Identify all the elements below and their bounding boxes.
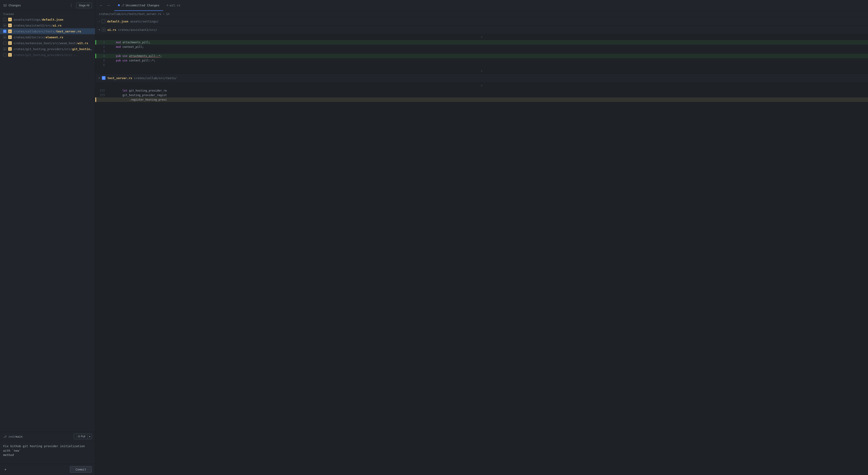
line-num-2: 2	[96, 45, 107, 49]
nav-buttons: ← →	[95, 2, 114, 8]
line-num-4: 4	[96, 54, 107, 58]
forward-button[interactable]: →	[105, 2, 112, 8]
scroll-up-arrow-icon-2: ↑	[481, 83, 483, 87]
file-item-f1[interactable]: + assets/settings/default.json	[0, 16, 95, 23]
diff-section-test-server: ▾ test_server.rs crates/collab/src/tests…	[95, 74, 868, 102]
chevron-down-icon: ▾	[98, 28, 100, 31]
commit-message-area[interactable]: Fix Github git hosting provider initiali…	[0, 441, 95, 464]
branch-icon: ⎇	[3, 435, 7, 438]
file-icon-f3: +	[8, 30, 12, 33]
diff-file-header-default-json[interactable]: › default.json assets/settings/	[95, 17, 868, 25]
scroll-up-hint: ↑	[95, 34, 868, 40]
commit-footer: ✦ Commit	[0, 464, 95, 475]
line-content-added: .register_hosting_provi	[107, 97, 868, 102]
commit-message-text: Fix Github git hosting provider initiali…	[3, 444, 92, 457]
chevron-down-icon-2: ▾	[98, 76, 100, 79]
line-num-273: 273	[96, 93, 107, 97]
file-checkbox-f1[interactable]	[3, 18, 6, 21]
right-header: ← → ⎇ Uncommitted Changes ⎋ wit.rs	[95, 0, 868, 11]
file-icon-f6: +	[8, 47, 12, 51]
file-checkbox-f7[interactable]	[3, 53, 6, 57]
file-checkbox-f2[interactable]	[3, 24, 6, 27]
file-icon-f7: +	[8, 53, 12, 57]
file-item-f3[interactable]: + crates/collab/src/tests/test_server.rs	[0, 28, 95, 34]
diff-checkbox-test-server[interactable]	[102, 76, 105, 80]
pull-caret-button[interactable]: ▾	[88, 434, 92, 439]
diff-filepath-default-json: assets/settings/	[130, 20, 159, 23]
diff-line-273: 273 git_hosting_provider_regist	[95, 93, 868, 97]
file-icon-f1: +	[8, 18, 12, 21]
file-item-f7[interactable]: + crates/git_hosting_providers/src/...	[0, 52, 95, 58]
breadcrumb-text: crates/collab/src/tests/test_server.rs ›…	[99, 12, 169, 15]
file-path-f7: crates/git_hosting_providers/src/...	[13, 53, 92, 57]
diff-line-6: 6	[95, 63, 868, 67]
line-content-3	[107, 49, 868, 54]
diff-filename-default-json: default.json	[107, 20, 128, 23]
header-actions: ⋮ Stage All	[68, 3, 92, 8]
file-icon-f5: +	[8, 41, 12, 45]
diff-checkbox-default-json[interactable]	[102, 20, 105, 23]
pull-button-group: ↓ 6 Pull ▾	[74, 434, 92, 439]
commit-button[interactable]: Commit	[70, 466, 92, 473]
diff-line-added-bottom: .register_hosting_provi	[95, 97, 868, 102]
line-content-4: pub use attachments_pill::*;	[107, 54, 868, 58]
right-panel: ← → ⎇ Uncommitted Changes ⎋ wit.rs crate…	[95, 0, 868, 475]
file-checkbox-f6[interactable]	[3, 47, 6, 50]
changes-count: 12 Changes	[3, 4, 21, 7]
diff-area[interactable]: › default.json assets/settings/ ▾ ui.rs …	[95, 17, 868, 475]
scroll-up-arrow-icon: ↑	[481, 35, 483, 39]
file-path-f4: crates/editor/src/element.rs	[13, 36, 92, 39]
diff-filepath-test-server: crates/collab/src/tests/	[134, 76, 177, 80]
tab-wit-rs[interactable]: ⎋ wit.rs	[163, 0, 184, 11]
pull-count: ↓ 6	[76, 435, 80, 438]
branch-section: ⎇ zed/main ↓ 6 Pull ▾	[0, 432, 95, 441]
tab-uncommitted-label: Uncommitted Changes	[126, 4, 159, 7]
diff-file-header-test-server[interactable]: ▾ test_server.rs crates/collab/src/tests…	[95, 74, 868, 82]
diff-line-5: 5 pub use context_pill::*;	[95, 58, 868, 63]
diff-section-default-json: › default.json assets/settings/	[95, 17, 868, 26]
file-icon-f4: +	[8, 35, 12, 39]
file-checkbox-f3[interactable]	[3, 30, 6, 33]
tab-uncommitted-changes[interactable]: ⎇ Uncommitted Changes	[114, 0, 163, 11]
line-content-5: pub use context_pill::*;	[107, 58, 868, 63]
diff-checkbox-ui-rs[interactable]	[102, 28, 105, 32]
file-item-f4[interactable]: + crates/editor/src/element.rs	[0, 34, 95, 40]
ai-assist-button[interactable]: ✦	[3, 467, 8, 472]
chevron-right-icon: ›	[98, 20, 100, 23]
file-item-f5[interactable]: + crates/extension_host/src/wasm_host/wi…	[0, 40, 95, 46]
diff-filename-ui-rs: ui.rs	[107, 28, 116, 32]
pull-label: Pull	[81, 435, 85, 438]
line-num-1: 1	[96, 40, 107, 45]
tab-git-icon: ⎇	[121, 4, 124, 7]
diff-code-ui-rs: ↑ 1 mod attachments_pill; 2 mod context_…	[95, 34, 868, 74]
branch-name: zed/main	[8, 435, 23, 438]
file-checkbox-f5[interactable]	[3, 41, 6, 45]
tracked-label: Tracked	[0, 11, 95, 16]
file-item-f6[interactable]: + crates/git_hosting_providers/src/git_h…	[0, 46, 95, 52]
left-panel: 12 Changes ⋮ Stage All Tracked + assets/…	[0, 0, 95, 475]
tab-active-dot	[118, 4, 120, 6]
diff-line-4: 4 pub use attachments_pill::*;	[95, 54, 868, 58]
diff-file-header-ui-rs[interactable]: ▾ ui.rs crates/assistant2/src/	[95, 26, 868, 34]
stage-all-button[interactable]: Stage All	[76, 3, 92, 8]
tab-wit-label: wit.rs	[170, 4, 180, 7]
line-content-273: git_hosting_provider_regist	[107, 93, 868, 97]
diff-line-1: 1 mod attachments_pill;	[95, 40, 868, 45]
diff-line-272: 272 let git_hosting_provider_re	[95, 89, 868, 93]
file-path-f5: crates/extension_host/src/wasm_host/wit.…	[13, 41, 92, 45]
file-path-f6: crates/git_hosting_providers/src/git_hos…	[13, 47, 92, 51]
diff-section-ui-rs: ▾ ui.rs crates/assistant2/src/ ↑ 1 mod a…	[95, 26, 868, 74]
diff-line-2: 2 mod context_pill;	[95, 45, 868, 49]
tab-wit-icon: ⎋	[167, 4, 168, 7]
line-content-272: let git_hosting_provider_re	[107, 89, 868, 93]
file-path-f3: crates/collab/src/tests/test_server.rs	[13, 30, 92, 33]
more-options-button[interactable]: ⋮	[68, 3, 74, 8]
file-item-f2[interactable]: + crates/assistant2/src/ui.rs	[0, 23, 95, 28]
scroll-down-hint: ↓	[95, 67, 868, 74]
pull-main-button[interactable]: ↓ 6 Pull	[74, 434, 88, 439]
file-checkbox-f4[interactable]	[3, 36, 6, 39]
line-num-5: 5	[96, 58, 107, 63]
back-button[interactable]: ←	[98, 2, 104, 8]
file-path-f2: crates/assistant2/src/ui.rs	[13, 24, 92, 27]
breadcrumb-bar: crates/collab/src/tests/test_server.rs ›…	[95, 11, 868, 17]
